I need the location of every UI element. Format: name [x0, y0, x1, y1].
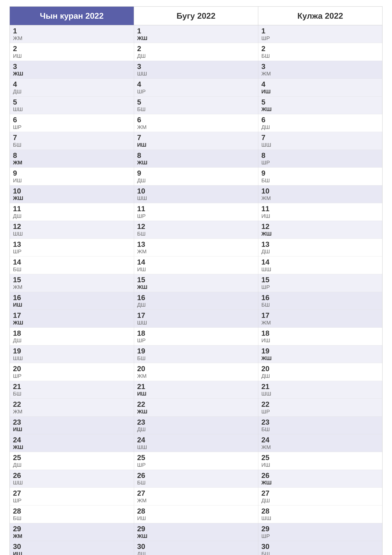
day-number: 21: [261, 383, 379, 391]
day-label: ЖМ: [13, 408, 131, 415]
day-number: 24: [13, 436, 131, 444]
day-row: 3ЖШ3ШШ3ЖМ: [10, 61, 382, 79]
day-number: 13: [261, 240, 379, 248]
day-row: 13ШР13ЖМ13ДШ: [10, 239, 382, 256]
day-number: 10: [261, 187, 379, 195]
header-col-2: Бугу 2022: [134, 7, 258, 25]
day-number: 26: [13, 471, 131, 480]
day-label: ДШ: [137, 301, 255, 308]
day-number: 21: [13, 383, 131, 391]
day-cell-20-col-3: 20ДШ: [258, 363, 382, 381]
day-cell-24-col-1: 24ЖШ: [10, 434, 134, 452]
day-number: 10: [137, 187, 255, 195]
day-cell-7-col-3: 7ШШ: [258, 132, 382, 150]
day-cell-12-col-1: 12ШШ: [10, 221, 134, 239]
day-label: БШ: [13, 266, 131, 273]
day-label: БШ: [137, 231, 255, 237]
day-cell-19-col-2: 19БШ: [134, 345, 258, 363]
day-cell-22-col-3: 22ШР: [258, 399, 382, 416]
day-label: ЖШ: [261, 231, 379, 237]
day-label: ШШ: [13, 231, 131, 237]
day-label: ШР: [261, 284, 379, 290]
day-row: 18ДШ18ШР18ИШ: [10, 328, 382, 345]
day-label: ЖМ: [261, 444, 379, 450]
day-cell-7-col-1: 7БШ: [10, 132, 134, 150]
day-cell-12-col-3: 12ЖШ: [258, 221, 382, 239]
day-cell-1-col-2: 1ЖШ: [134, 25, 258, 43]
day-number: 21: [137, 383, 255, 391]
day-label: ШР: [261, 159, 379, 166]
day-label: ДШ: [13, 88, 131, 95]
day-row: 16ИШ16ДШ16БШ: [10, 292, 382, 310]
day-label: ЖМ: [137, 124, 255, 130]
day-cell-26-col-3: 26ЖШ: [258, 470, 382, 488]
day-label: ШШ: [13, 355, 131, 362]
day-row: 10ЖШ10ШШ10ЖМ: [10, 185, 382, 203]
day-number: 14: [13, 258, 131, 266]
day-number: 4: [137, 80, 255, 88]
day-number: 27: [13, 489, 131, 497]
day-number: 16: [261, 294, 379, 302]
day-row: 4ДШ4ШР4ИШ: [10, 79, 382, 96]
day-cell-25-col-3: 25ИШ: [258, 452, 382, 470]
day-label: ЖМ: [137, 373, 255, 379]
day-label: ШШ: [137, 444, 255, 450]
day-cell-26-col-1: 26ШШ: [10, 470, 134, 488]
day-number: 15: [13, 276, 131, 284]
day-cell-6-col-1: 6ШР: [10, 114, 134, 132]
day-label: ШШ: [13, 479, 131, 486]
day-label: ИШ: [261, 88, 379, 95]
day-cell-3-col-2: 3ШШ: [134, 61, 258, 79]
day-cell-10-col-3: 10ЖМ: [258, 185, 382, 203]
day-label: ШР: [13, 248, 131, 255]
day-cell-5-col-3: 5ЖШ: [258, 96, 382, 114]
day-cell-14-col-3: 14ШШ: [258, 256, 382, 274]
day-cell-15-col-2: 15ЖШ: [134, 274, 258, 292]
day-label: БШ: [137, 106, 255, 112]
day-number: 4: [261, 80, 379, 88]
day-label: ДШ: [261, 124, 379, 130]
day-cell-30-col-3: 30БШ: [258, 541, 382, 555]
day-number: 30: [261, 542, 379, 551]
day-cell-21-col-3: 21ШШ: [258, 381, 382, 399]
day-number: 23: [137, 418, 255, 426]
day-number: 23: [13, 418, 131, 426]
day-number: 26: [137, 471, 255, 480]
day-number: 24: [137, 436, 255, 444]
day-row: 6ШР6ЖМ6ДШ: [10, 114, 382, 132]
day-label: ИШ: [13, 177, 131, 184]
day-label: ДШ: [261, 497, 379, 504]
day-label: ДШ: [13, 462, 131, 468]
day-label: ИШ: [137, 390, 255, 397]
day-cell-2-col-1: 2ИШ: [10, 43, 134, 61]
day-cell-16-col-2: 16ДШ: [134, 292, 258, 310]
day-cell-8-col-2: 8ЖШ: [134, 150, 258, 167]
day-number: 19: [13, 347, 131, 355]
day-number: 8: [137, 151, 255, 160]
day-label: ДШ: [137, 53, 255, 59]
day-row: 2ИШ2ДШ2БШ: [10, 43, 382, 61]
day-label: ШШ: [137, 319, 255, 326]
day-cell-24-col-2: 24ШШ: [134, 434, 258, 452]
day-number: 12: [261, 222, 379, 231]
day-cell-4-col-2: 4ШР: [134, 79, 258, 96]
day-number: 20: [13, 365, 131, 373]
day-cell-23-col-3: 23БШ: [258, 416, 382, 434]
day-row: 26ШШ26БШ26ЖШ: [10, 470, 382, 488]
day-cell-9-col-1: 9ИШ: [10, 168, 134, 185]
day-number: 15: [137, 276, 255, 284]
day-label: ЖМ: [13, 35, 131, 41]
day-cell-7-col-2: 7ИШ: [134, 132, 258, 150]
day-label: БШ: [261, 53, 379, 59]
day-label: БШ: [13, 390, 131, 397]
day-number: 11: [261, 205, 379, 213]
day-cell-28-col-3: 28ШШ: [258, 505, 382, 523]
day-number: 18: [261, 329, 379, 337]
day-number: 29: [261, 525, 379, 533]
day-number: 6: [137, 116, 255, 124]
day-number: 2: [13, 45, 131, 53]
day-number: 7: [13, 133, 131, 142]
day-cell-6-col-3: 6ДШ: [258, 114, 382, 132]
day-label: ИШ: [13, 301, 131, 308]
day-number: 28: [261, 507, 379, 515]
